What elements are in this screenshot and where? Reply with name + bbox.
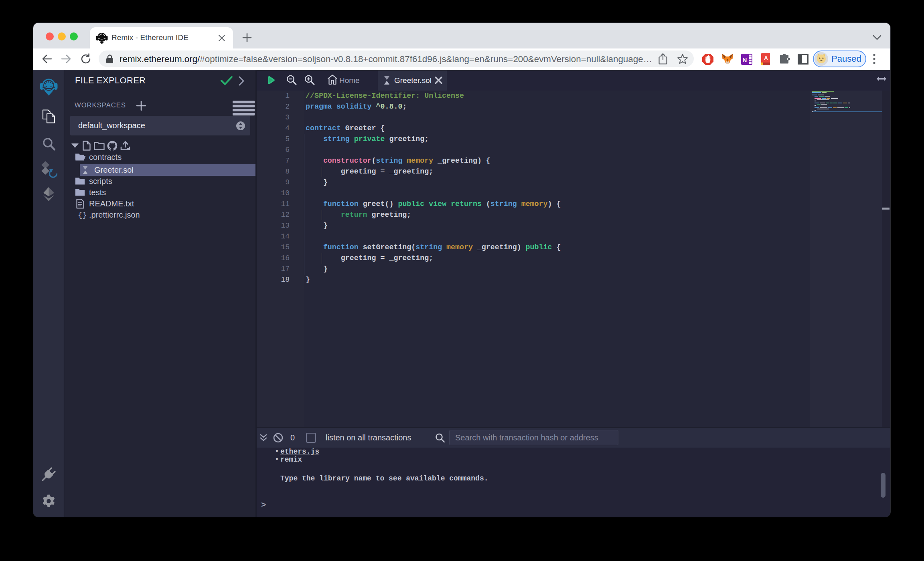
svg-text:N: N bbox=[743, 57, 747, 63]
svg-text:A: A bbox=[764, 55, 768, 61]
